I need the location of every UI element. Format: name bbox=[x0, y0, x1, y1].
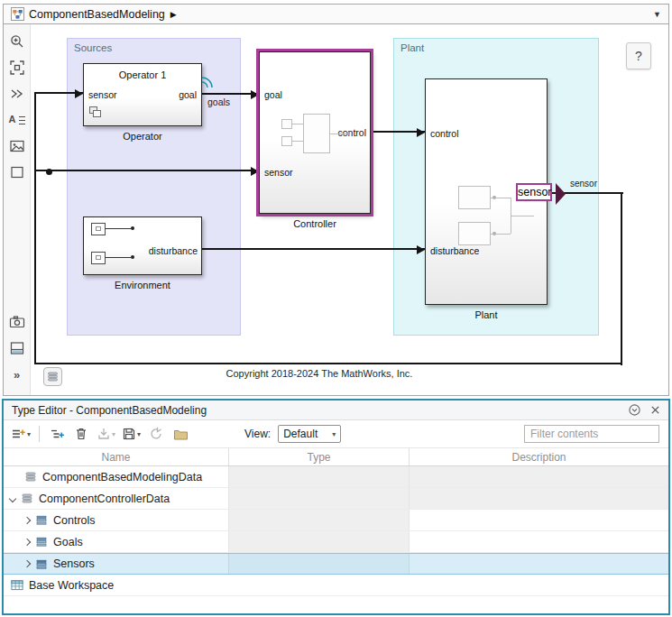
row-name[interactable]: Sensors bbox=[53, 557, 95, 570]
table-row[interactable]: Controls bbox=[4, 510, 668, 531]
table-row-base-workspace[interactable]: Base Workspace bbox=[4, 575, 668, 596]
row-name[interactable]: Controls bbox=[53, 514, 96, 527]
table-row[interactable]: ComponentBasedModelingData bbox=[4, 466, 668, 488]
simulink-editor: ComponentBasedModeling ▶ ▼ bbox=[3, 4, 669, 396]
row-name[interactable]: Goals bbox=[53, 536, 83, 548]
environment-out-port-label: disturbance bbox=[149, 245, 198, 256]
import-button[interactable]: ▾ bbox=[95, 423, 117, 445]
type-cell[interactable] bbox=[228, 466, 409, 487]
viewmarks-icon[interactable] bbox=[7, 312, 27, 332]
annotation-icon[interactable]: A bbox=[7, 110, 27, 130]
row-name[interactable]: Base Workspace bbox=[29, 579, 114, 592]
environment-block[interactable]: disturbance bbox=[83, 216, 202, 275]
help-button[interactable]: ? bbox=[626, 42, 651, 69]
table-row[interactable]: ComponentControllerData bbox=[4, 488, 668, 510]
breadcrumb[interactable]: ComponentBasedModeling ▶ ▼ bbox=[3, 4, 669, 24]
type-cell[interactable] bbox=[228, 531, 409, 552]
data-dictionary-badge[interactable] bbox=[43, 367, 62, 386]
view-select-value: Default bbox=[283, 428, 318, 440]
row-name[interactable]: ComponentControllerData bbox=[39, 493, 170, 505]
controller-goal-port-label: goal bbox=[264, 89, 282, 100]
operator-block-title: Operator 1 bbox=[84, 69, 201, 80]
table-row[interactable]: Goals bbox=[4, 531, 668, 553]
signal-logging-icon[interactable] bbox=[201, 75, 214, 89]
plant-caption[interactable]: Plant bbox=[425, 309, 548, 320]
description-cell[interactable] bbox=[409, 554, 668, 574]
bus-object-icon bbox=[21, 493, 33, 504]
wire-disturbance[interactable] bbox=[202, 248, 425, 250]
chevron-right-icon[interactable] bbox=[23, 538, 31, 545]
open-export-button[interactable] bbox=[170, 423, 191, 445]
refresh-button[interactable] bbox=[145, 423, 167, 445]
wire-sensor-right[interactable] bbox=[621, 192, 622, 365]
breadcrumb-model-name[interactable]: ComponentBasedModeling bbox=[29, 8, 165, 21]
area-box-icon[interactable] bbox=[7, 162, 27, 182]
minimize-panel-icon[interactable] bbox=[629, 404, 640, 416]
save-button[interactable]: ▾ bbox=[120, 423, 143, 445]
chevron-right-icon[interactable] bbox=[23, 516, 31, 523]
delete-button[interactable] bbox=[70, 423, 92, 445]
wire-sensor-left[interactable] bbox=[34, 92, 36, 364]
forward-arrows-icon[interactable] bbox=[7, 84, 27, 104]
table-header: Name Type Description bbox=[4, 447, 668, 466]
sensor-signal-label[interactable]: sensor bbox=[570, 179, 597, 189]
arrowhead-operator-sensor bbox=[75, 89, 83, 98]
bus-element-icon bbox=[35, 558, 48, 570]
bus-object-icon bbox=[24, 471, 37, 483]
filter-contents-input[interactable] bbox=[524, 425, 659, 443]
copyright-annotation: Copyright 2018-2024 The MathWorks, Inc. bbox=[216, 368, 423, 379]
breadcrumb-menu-icon[interactable]: ▼ bbox=[653, 10, 661, 19]
type-cell[interactable] bbox=[228, 488, 409, 509]
table-row-selected[interactable]: Sensors bbox=[4, 553, 668, 575]
type-editor-panel: Type Editor - ComponentBasedModeling ▾ bbox=[2, 399, 670, 615]
controller-block[interactable]: goal sensor control bbox=[259, 51, 371, 214]
wire-junction-dot[interactable] bbox=[46, 169, 52, 175]
wire-sensor-bottom[interactable] bbox=[34, 363, 622, 364]
plant-preview bbox=[458, 186, 491, 209]
goals-signal-label[interactable]: goals bbox=[207, 97, 230, 107]
type-editor-title: Type Editor - ComponentBasedModeling bbox=[12, 404, 207, 417]
controller-out-port-label: control bbox=[337, 127, 366, 138]
bus-element-icon bbox=[35, 514, 48, 526]
add-bus-object-button[interactable]: ▾ bbox=[9, 423, 32, 445]
fit-to-view-icon[interactable] bbox=[7, 58, 27, 78]
type-cell[interactable] bbox=[228, 510, 409, 530]
row-name[interactable]: ComponentBasedModelingData bbox=[42, 471, 202, 483]
bus-element-icon bbox=[35, 536, 48, 548]
chevron-right-icon[interactable] bbox=[23, 560, 31, 567]
panels-icon[interactable] bbox=[7, 338, 27, 358]
image-icon[interactable] bbox=[7, 136, 27, 156]
breadcrumb-caret-icon[interactable]: ▶ bbox=[170, 10, 177, 19]
add-bus-element-button[interactable] bbox=[46, 423, 68, 445]
plant-control-port-label: control bbox=[430, 128, 459, 139]
type-cell[interactable] bbox=[228, 554, 409, 574]
view-select[interactable]: Default ▾ bbox=[278, 425, 341, 443]
controller-preview bbox=[281, 119, 292, 129]
operator-out-port-label: goal bbox=[179, 89, 197, 100]
operator-block[interactable]: Operator 1 sensor goal bbox=[83, 63, 202, 126]
description-cell[interactable] bbox=[409, 510, 668, 530]
zoom-in-icon[interactable] bbox=[7, 32, 27, 51]
arrowhead-controller-sensor bbox=[251, 167, 259, 176]
wire-sensor-to-controller[interactable] bbox=[34, 170, 259, 171]
expand-toolbar-icon[interactable]: » bbox=[7, 364, 27, 384]
arrowhead-controller-goal bbox=[251, 90, 259, 99]
sensor-tag-arrow-icon bbox=[556, 183, 566, 205]
model-canvas[interactable]: Sources Plant Operator 1 s bbox=[31, 24, 668, 395]
description-cell[interactable] bbox=[409, 466, 668, 487]
close-panel-icon[interactable] bbox=[650, 405, 660, 415]
view-label: View: bbox=[244, 428, 271, 440]
chevron-down-icon[interactable] bbox=[9, 494, 16, 502]
column-header-description: Description bbox=[409, 448, 668, 465]
operator-caption[interactable]: Operator bbox=[83, 131, 202, 142]
editor-palette: A bbox=[4, 24, 31, 395]
column-header-type: Type bbox=[228, 448, 409, 465]
sensor-signal-tag[interactable]: sensor bbox=[516, 183, 552, 201]
controller-caption[interactable]: Controller bbox=[259, 218, 371, 229]
plant-disturbance-port-label: disturbance bbox=[430, 245, 479, 256]
description-cell[interactable] bbox=[409, 531, 668, 552]
arrowhead-plant-disturbance bbox=[417, 245, 425, 254]
environment-caption[interactable]: Environment bbox=[83, 280, 202, 290]
type-editor-titlebar: Type Editor - ComponentBasedModeling bbox=[4, 401, 668, 420]
description-cell[interactable] bbox=[409, 488, 668, 509]
